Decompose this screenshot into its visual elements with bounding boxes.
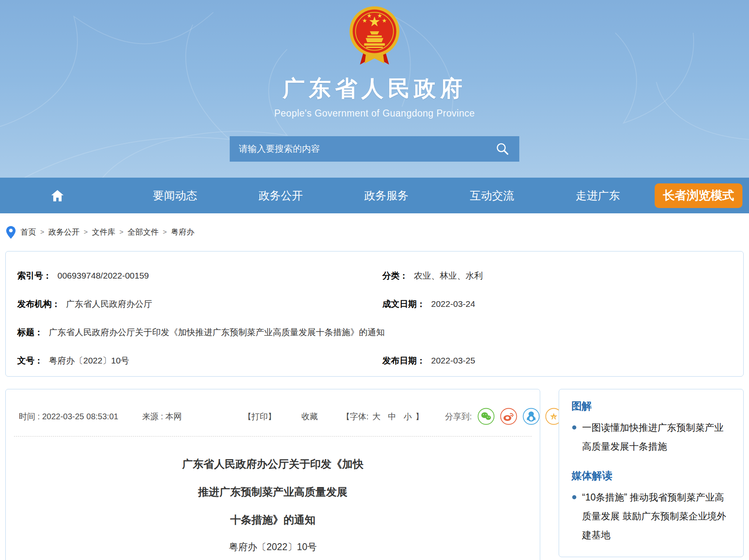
breadcrumb: 首页 > 政务公开 > 文件库 > 全部文件 > 粤府办 — [0, 213, 749, 251]
meta-title-value: 广东省人民政府办公厅关于印发《加快推进广东预制菜产业高质量发展十条措施》的通知 — [49, 327, 385, 338]
breadcrumb-home[interactable]: 首页 — [21, 227, 36, 238]
article-source: 来源 : 本网 — [142, 411, 182, 422]
site-subtitle: People's Government of Guangdong Provinc… — [274, 108, 475, 119]
meta-publish-date: 发布日期： 2022-03-25 — [382, 348, 732, 373]
nav-item-gov-affairs[interactable]: 政务公开 — [228, 188, 334, 203]
bullet-dot — [572, 425, 576, 430]
meta-index-number: 索引号： 006939748/2022-00159 — [17, 263, 382, 288]
search-input[interactable] — [238, 143, 494, 155]
home-icon — [50, 189, 65, 202]
search-bar — [230, 136, 519, 162]
nav-home-button[interactable] — [50, 189, 65, 202]
sidebar-link-infographic[interactable]: 一图读懂加快推进广东预制菜产业高质量发展十条措施 — [571, 418, 732, 456]
breadcrumb-yuefuban[interactable]: 粤府办 — [171, 227, 194, 238]
breadcrumb-all-files[interactable]: 全部文件 — [128, 227, 159, 238]
meta-issuer-value: 广东省人民政府办公厅 — [66, 298, 152, 310]
meta-issuer-label: 发布机构： — [17, 298, 60, 310]
meta-written-date: 成文日期： 2022-03-24 — [382, 291, 732, 316]
svg-text:★: ★ — [367, 12, 372, 19]
breadcrumb-separator: > — [163, 228, 167, 236]
sidebar-link-text: “10条措施” 推动我省预制菜产业高质量发展 鼓励广东预制菜企业境外建基地 — [582, 488, 732, 544]
qq-share-icon[interactable] — [523, 408, 540, 425]
font-size-suffix: 】 — [416, 411, 424, 422]
article-title-line-1: 广东省人民政府办公厅关于印发《加快 — [6, 457, 540, 471]
font-size-large-button[interactable]: 大 — [372, 411, 381, 422]
breadcrumb-separator: > — [119, 228, 123, 236]
related-content-sidebar: 图解 一图读懂加快推进广东预制菜产业高质量发展十条措施 媒体解读 “10条措施”… — [559, 389, 744, 557]
meta-title-label: 标题： — [17, 327, 43, 338]
nav-item-interaction[interactable]: 互动交流 — [439, 188, 545, 203]
nav-item-gov-services[interactable]: 政务服务 — [333, 188, 439, 203]
font-size-prefix: 【字体: — [342, 411, 369, 422]
meta-category-label: 分类： — [382, 270, 408, 281]
sidebar-link-text: 一图读懂加快推进广东预制菜产业高质量发展十条措施 — [582, 418, 732, 456]
nav-item-about-guangdong[interactable]: 走进广东 — [545, 188, 651, 203]
meta-title: 标题： 广东省人民政府办公厅关于印发《加快推进广东预制菜产业高质量发展十条措施》… — [17, 320, 732, 345]
main-navbar: 要闻动态 政务公开 政务服务 互动交流 走进广东 长者浏览模式 — [0, 178, 749, 213]
elder-mode-button[interactable]: 长者浏览模式 — [655, 183, 742, 208]
font-size-small-button[interactable]: 小 — [404, 411, 412, 422]
share-icons: ★ z — [477, 408, 562, 425]
article-title-line-3: 十条措施》的通知 — [6, 513, 540, 527]
site-header: ★ ★ ★ ★ ★ 广东省人民政府 People's Government of… — [0, 0, 749, 178]
bullet-dot — [572, 495, 576, 499]
meta-written-date-value: 2022-03-24 — [431, 299, 475, 309]
meta-category: 分类： 农业、林业、水利 — [382, 263, 732, 288]
meta-doc-number-label: 文号： — [17, 355, 43, 366]
national-emblem-icon: ★ ★ ★ ★ ★ — [348, 5, 401, 68]
article-meta-row: 时间 : 2022-03-25 08:53:01 来源 : 本网 【打印】 收藏… — [14, 389, 532, 437]
wechat-share-icon[interactable] — [477, 408, 495, 425]
article-doc-number: 粤府办〔2022〕10号 — [6, 541, 540, 553]
meta-publish-date-label: 发布日期： — [382, 355, 425, 366]
meta-index-value: 006939748/2022-00159 — [57, 271, 149, 281]
breadcrumb-file-library[interactable]: 文件库 — [92, 227, 115, 238]
print-button[interactable]: 【打印】 — [243, 411, 276, 422]
favorite-button[interactable]: 收藏 — [301, 411, 318, 422]
search-icon — [496, 142, 509, 156]
meta-category-value: 农业、林业、水利 — [414, 270, 483, 281]
svg-text:★: ★ — [382, 17, 387, 24]
meta-index-label: 索引号： — [17, 270, 52, 281]
article-title-line-2: 推进广东预制菜产业高质量发展 — [6, 485, 540, 499]
font-size-medium-button[interactable]: 中 — [388, 411, 396, 422]
meta-issuer: 发布机构： 广东省人民政府办公厅 — [17, 291, 382, 316]
svg-text:z: z — [553, 415, 555, 419]
breadcrumb-gov-affairs[interactable]: 政务公开 — [48, 227, 80, 238]
meta-doc-number: 文号： 粤府办〔2022〕10号 — [17, 348, 382, 373]
breadcrumb-separator: > — [84, 228, 88, 236]
sidebar-link-media[interactable]: “10条措施” 推动我省预制菜产业高质量发展 鼓励广东预制菜企业境外建基地 — [571, 488, 732, 544]
nav-item-news[interactable]: 要闻动态 — [122, 188, 228, 203]
document-metadata-panel: 索引号： 006939748/2022-00159 分类： 农业、林业、水利 发… — [5, 251, 744, 377]
article-title: 广东省人民政府办公厅关于印发《加快 推进广东预制菜产业高质量发展 十条措施》的通… — [6, 457, 540, 553]
meta-doc-number-value: 粤府办〔2022〕10号 — [49, 355, 129, 366]
weibo-share-icon[interactable] — [500, 408, 517, 425]
search-button[interactable] — [494, 140, 511, 158]
meta-publish-date-value: 2022-03-25 — [431, 356, 475, 366]
font-size-controls: 【字体: 大 中 小 】 — [342, 411, 424, 422]
meta-written-date-label: 成文日期： — [382, 298, 425, 310]
sidebar-heading-media: 媒体解读 — [571, 469, 732, 482]
article-time: 时间 : 2022-03-25 08:53:01 — [19, 411, 118, 422]
breadcrumb-separator: > — [40, 228, 44, 236]
sidebar-heading-infographic: 图解 — [571, 399, 732, 413]
share-label: 分享到: — [445, 411, 472, 422]
nav-menu: 要闻动态 政务公开 政务服务 互动交流 走进广东 — [122, 188, 651, 203]
article-panel: 时间 : 2022-03-25 08:53:01 来源 : 本网 【打印】 收藏… — [5, 389, 540, 560]
location-pin-icon — [6, 226, 16, 239]
site-title: 广东省人民政府 — [283, 74, 466, 104]
